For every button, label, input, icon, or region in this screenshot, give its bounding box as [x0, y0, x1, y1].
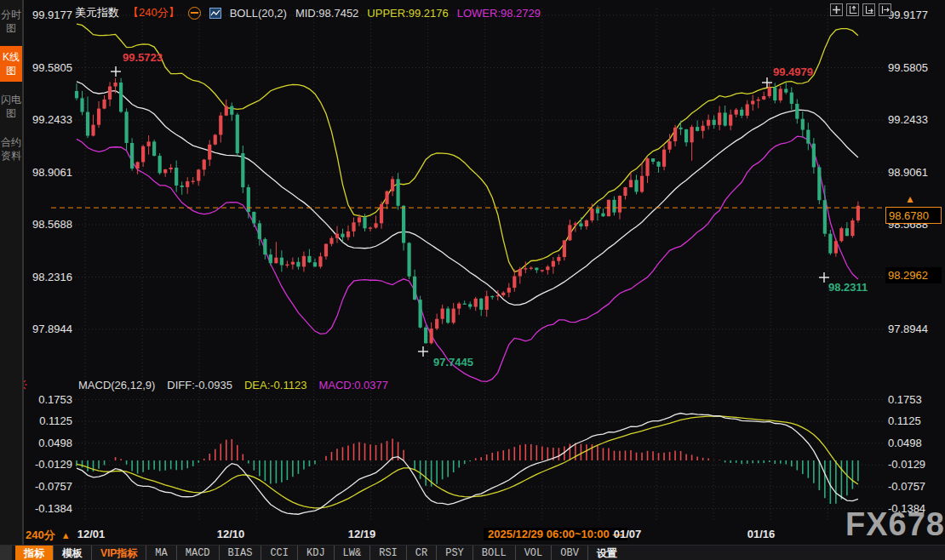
- price-axis-label-left: 98.5688: [26, 218, 72, 231]
- macd-axis-label-left: 0.0498: [26, 437, 72, 449]
- pan-tool-icon[interactable]: [830, 3, 843, 16]
- price-axis-label-left: 99.2433: [26, 113, 72, 126]
- macd-axis-label-right: -0.0129: [888, 458, 925, 471]
- date-label-highlight: 2025/12/29 06:00~10:00 —: [484, 528, 627, 540]
- extreme-markers: [111, 66, 829, 357]
- date-label: 12/19: [348, 528, 376, 540]
- toolbar-item-CR[interactable]: CR: [406, 546, 436, 560]
- macd-axis-label-left: -0.1384: [26, 502, 72, 515]
- corner-box[interactable]: [0, 546, 12, 560]
- bollinger-layer: [77, 24, 858, 381]
- toolbar-item-MACD[interactable]: MACD: [176, 546, 219, 560]
- macd-header: MACD(26,12,9) DIFF:-0.0935 DEA:-0.1123 M…: [78, 379, 388, 391]
- price-up-arrow-icon: ▲: [905, 194, 915, 204]
- sidebar-tab-闪电图[interactable]: 闪电图: [0, 89, 22, 124]
- toolbar-item-指标[interactable]: 指标: [15, 546, 53, 560]
- macd-dea-value: DEA:-0.1123: [244, 379, 306, 391]
- toolbar-item-OBV[interactable]: OBV: [551, 546, 587, 560]
- macd-axis-label-right: -0.0757: [888, 480, 925, 493]
- price-annotation: 97.7445: [433, 356, 473, 369]
- collapse-circle-icon[interactable]: [188, 7, 201, 20]
- date-label: 01/07: [614, 528, 642, 540]
- boll-lower-value: LOWER:98.2729: [457, 7, 541, 20]
- price-axis-label-right: 99.9177: [888, 9, 928, 21]
- macd-axis-label-left: -0.0129: [26, 458, 72, 471]
- price-axis-label-left: 99.5805: [26, 61, 72, 74]
- price-axis-label-right: 97.8944: [888, 323, 928, 335]
- price-axis-label-right: 99.5805: [888, 61, 928, 74]
- band-low-price-tag: 98.2962: [885, 267, 942, 283]
- date-label: 01/16: [747, 528, 776, 540]
- chart-tool-icons: [830, 3, 891, 16]
- symbol-title: 美元指数: [75, 5, 119, 20]
- macd-layer: [77, 414, 858, 515]
- toolbar-item-LW&[interactable]: LW&: [334, 546, 370, 560]
- boll-upper-value: UPPER:99.2176: [367, 7, 448, 20]
- sidebar: 分时图K线图闪电图合约资料: [0, 0, 24, 545]
- sidebar-tab-K线图[interactable]: K线图: [0, 46, 22, 82]
- price-annotation: 99.4979: [773, 66, 813, 78]
- date-label: 12/10: [217, 528, 245, 540]
- toolbar-item-BOLL[interactable]: BOLL: [472, 546, 515, 560]
- toolbar-item-PSY[interactable]: PSY: [436, 546, 472, 560]
- sidebar-tab-合约资料[interactable]: 合约资料: [0, 131, 22, 167]
- chart-canvas[interactable]: [0, 0, 945, 526]
- last-price-tag: 98.6780: [885, 207, 942, 224]
- sidebar-tab-分时图[interactable]: 分时图: [0, 3, 22, 39]
- price-axis-label-left: 97.8944: [26, 323, 72, 335]
- chart-header: 美元指数 【240分】 BOLL(20,2) MID:98.7452 UPPER…: [75, 5, 541, 20]
- price-annotation: 98.2311: [828, 281, 868, 294]
- watermark: FX678: [845, 506, 945, 543]
- toolbar-item-RSI[interactable]: RSI: [369, 546, 406, 560]
- period-selector[interactable]: 240分▲: [26, 528, 71, 543]
- shift-right-icon[interactable]: [879, 3, 891, 16]
- price-axis-label-left: 98.2316: [26, 271, 72, 283]
- toolbar-item-VOL[interactable]: VOL: [515, 546, 552, 560]
- price-annotation: 99.5723: [123, 51, 163, 64]
- toolbar-item-CCI[interactable]: CCI: [261, 546, 297, 560]
- mini-chart-icon[interactable]: [209, 8, 221, 19]
- trading-app: 美元指数 【240分】 BOLL(20,2) MID:98.7452 UPPER…: [0, 0, 945, 560]
- toolbar-item-KDJ[interactable]: KDJ: [297, 546, 334, 560]
- candles-layer: [75, 78, 860, 345]
- macd-params: MACD(26,12,9): [78, 379, 155, 391]
- price-axis-label-right: 99.2433: [888, 113, 928, 126]
- toolbar-item-模板[interactable]: 模板: [53, 546, 91, 560]
- macd-axis-label-left: 0.1753: [26, 393, 72, 406]
- macd-axis-label-left: 0.1125: [26, 414, 72, 427]
- zoom-vertical-icon[interactable]: [846, 3, 859, 16]
- toolbar-item-设置[interactable]: 设置: [587, 546, 626, 560]
- price-axis-label-left: 99.9177: [26, 9, 72, 21]
- macd-axis-label-right: 0.1753: [888, 393, 922, 406]
- toolbar-item-BIAS[interactable]: BIAS: [219, 546, 261, 560]
- date-label: 12/01: [77, 528, 106, 540]
- macd-axis-label-right: 0.0498: [888, 437, 922, 449]
- boll-mid-value: MID:98.7452: [295, 7, 358, 20]
- macd-diff-value: DIFF:-0.0935: [167, 379, 232, 391]
- indicator-toolbar: 指标模板VIP指标MAMACDBIASCCIKDJLW&RSICRPSYBOLL…: [0, 545, 945, 560]
- toolbar-item-VIP指标[interactable]: VIP指标: [91, 546, 146, 560]
- price-axis-label-left: 98.9061: [26, 166, 72, 179]
- toolbar-item-MA[interactable]: MA: [146, 546, 175, 560]
- macd-axis-label-left: -0.0757: [26, 480, 72, 493]
- period-up-arrow-icon: ▲: [61, 530, 71, 540]
- boll-params: BOLL(20,2): [230, 7, 287, 20]
- macd-axis-label-right: 0.1125: [888, 414, 921, 427]
- date-axis: 240分▲ 12/0112/1012/192025/12/29 06:00~10…: [0, 526, 945, 545]
- zoom-horizontal-icon[interactable]: [862, 3, 875, 16]
- period-selector-label: 240分: [26, 529, 55, 541]
- price-axis-label-right: 98.9061: [888, 166, 928, 179]
- grid-layer: [51, 9, 884, 521]
- macd-macd-value: MACD:0.0377: [318, 379, 388, 391]
- period-label: 【240分】: [128, 5, 180, 20]
